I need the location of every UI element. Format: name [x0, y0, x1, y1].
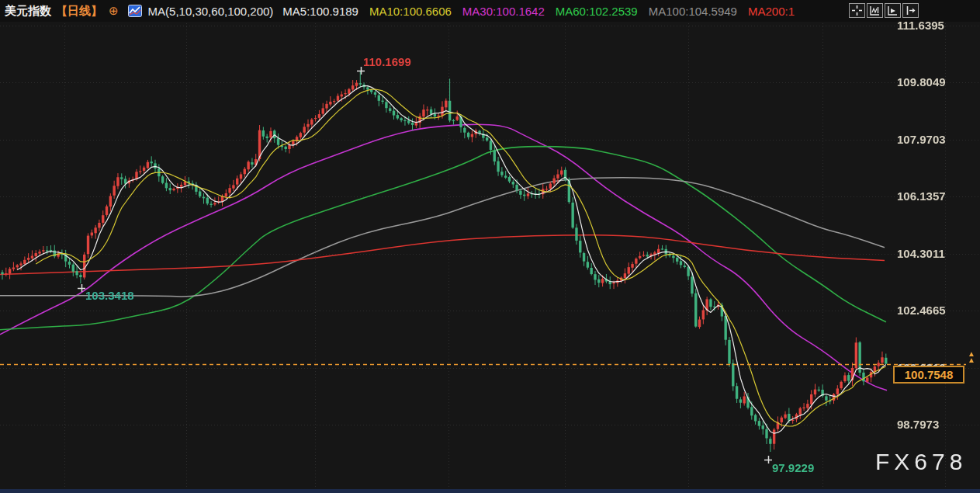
ma-settings-label: MA(5,10,30,60,100,200): [148, 5, 274, 18]
go-to-latest-icon[interactable]: [902, 3, 919, 18]
axis-tick-label: 109.8049: [897, 75, 946, 89]
axis-tick-label: 104.3011: [897, 247, 945, 260]
price-up-arrow-icon: ▲▲: [968, 351, 975, 363]
ma-legend: MA5:100.9189MA10:100.6606MA30:100.1642MA…: [282, 5, 795, 18]
swing-label: 103.3418: [85, 289, 134, 302]
expand-icon[interactable]: ⊕: [109, 4, 119, 18]
legend-item-ma5: MA5:100.9189: [282, 5, 358, 18]
current-price-tag: 100.7548: [893, 366, 964, 384]
legend-item-ma10: MA10:100.6606: [369, 5, 452, 18]
chart-header: 美元指数 【日线】 ⊕ MA(5,10,30,60,100,200) MA5:1…: [0, 0, 980, 22]
axis-scale-left-icon[interactable]: [867, 3, 883, 18]
axis-tick-label: 106.1357: [897, 189, 946, 203]
symbol-title: 美元指数: [5, 4, 51, 19]
candlestick-chart[interactable]: [0, 0, 980, 493]
legend-item-ma30: MA30:100.1642: [462, 5, 545, 18]
low-label: 97.9229: [772, 461, 814, 474]
axis-tick-label: 107.9703: [897, 133, 946, 146]
axis-tick-label: 102.4665: [897, 304, 946, 317]
legend-item-ma200: MA200:1: [748, 5, 795, 18]
period-label: 【日线】: [56, 4, 102, 19]
chart-toolbar: [849, 3, 919, 18]
fx678-watermark: FX678: [875, 449, 967, 475]
bottom-strip: [0, 489, 980, 493]
crosshair-move-icon[interactable]: [849, 3, 865, 18]
axis-play-icon[interactable]: [885, 3, 901, 18]
trading-chart-app: 美元指数 【日线】 ⊕ MA(5,10,30,60,100,200) MA5:1…: [0, 0, 980, 493]
legend-item-ma100: MA100:104.5949: [649, 5, 737, 18]
axis-tick-label: 98.7973: [897, 418, 939, 431]
chart-type-icon[interactable]: [128, 5, 142, 17]
legend-item-ma60: MA60:102.2539: [556, 5, 638, 18]
high-label: 110.1699: [363, 55, 411, 68]
